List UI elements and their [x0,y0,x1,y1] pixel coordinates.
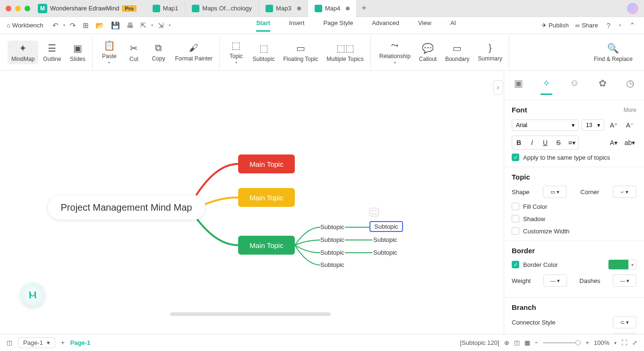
publish-button[interactable]: ✈Publish [541,22,569,29]
tab-map1[interactable]: Map1 [146,0,186,17]
save-icon[interactable]: 💾 [109,20,122,31]
minimize-window[interactable] [15,6,21,11]
ai-assistant-button[interactable]: Ⲙ [21,283,44,307]
zoom-out-button[interactable]: − [535,339,539,346]
copy-button[interactable]: ⧉Copy [146,41,170,64]
collapse-ribbon-icon[interactable]: ⌃ [627,20,637,31]
redo-button[interactable]: ↷ [68,20,78,31]
subtopic-3[interactable]: Subtopic [320,249,344,256]
menu-view[interactable]: View [418,19,431,32]
shadow-checkbox[interactable]: Shadow [512,215,636,223]
font-size-select[interactable]: 13▾ [582,120,604,131]
subsubtopic-2[interactable]: Subtopic [373,236,397,243]
font-more[interactable]: More [624,107,636,113]
sidebar-toggle-icon[interactable]: ◫ [7,339,12,346]
font-color-button[interactable]: A▾ [607,136,620,149]
italic-button[interactable]: I [525,136,539,149]
shape-select[interactable]: ▭ ▾ [543,186,567,198]
panel-tab-layout[interactable]: ▣ [512,76,525,95]
custom-width-checkbox[interactable]: Customize Width [512,227,636,235]
multiple-topics-button[interactable]: ⬚⬚Multiple Topics [323,41,367,64]
subtopic-2[interactable]: Subtopic [320,236,344,243]
main-topic-1[interactable]: Main Topic [238,154,295,173]
status-icon-3[interactable]: ▦ [524,339,530,346]
status-icon-1[interactable]: ⊕ [504,339,509,346]
undo-button[interactable]: ↶ [51,20,60,31]
workbench-button[interactable]: ⌂Workbench [7,22,43,29]
border-color-checkbox[interactable]: ✓Border Color [512,261,558,268]
expand-icon[interactable]: ⛶ [369,208,379,216]
boundary-button[interactable]: ▭Boundary [441,41,473,64]
font-family-select[interactable]: Arial▾ [512,120,579,131]
share-button[interactable]: ∞Share [575,22,598,29]
tab-maps-of[interactable]: Maps Of...chology [185,0,259,17]
menu-ai[interactable]: AI [450,19,456,32]
corner-select[interactable]: ⌐ ▾ [613,186,636,198]
maximize-window[interactable] [25,6,30,11]
subtopic-4[interactable]: Subtopic [320,261,344,268]
user-avatar[interactable] [627,3,638,14]
subsubtopic-3[interactable]: Subtopic [373,249,397,256]
new-icon[interactable]: ⊞ [81,20,91,31]
paste-button[interactable]: 📋Paste▾ [97,38,121,67]
summary-button[interactable]: }Summary [474,41,506,64]
close-window[interactable] [6,6,11,11]
help-icon[interactable]: ? [605,20,612,30]
connector-select[interactable]: ⊂ ▾ [613,316,636,328]
canvas[interactable]: Project Management Mind Map Main Topic M… [0,71,504,334]
new-tab-button[interactable]: + [357,0,371,17]
menu-advanced[interactable]: Advanced [372,19,399,32]
status-icon-2[interactable]: ◫ [514,339,520,346]
fill-color-checkbox[interactable]: Fill Color [512,203,636,210]
panel-tab-style[interactable]: ✧ [541,76,552,95]
main-topic-2[interactable]: Main Topic [238,188,295,207]
cut-button[interactable]: ✂Cut [122,41,146,64]
fit-screen-icon[interactable]: ⛶ [621,339,627,346]
weight-select[interactable]: — ▾ [543,274,567,287]
menu-start[interactable]: Start [256,19,270,32]
menu-insert[interactable]: Insert [289,19,305,32]
subtopic-1[interactable]: Subtopic [320,223,344,231]
tab-map4[interactable]: Map4 [308,0,357,17]
horizontal-scrollbar[interactable] [170,312,331,316]
find-replace-button[interactable]: 🔍Find & Replace [590,41,636,64]
print-icon[interactable]: 🖶 [125,20,136,30]
zoom-slider[interactable] [543,342,581,343]
central-topic[interactable]: Project Management Mind Map [47,195,206,220]
import-icon[interactable]: ⇲ [156,20,166,31]
panel-tab-icon[interactable]: ☺ [568,76,581,95]
decrease-font-button[interactable]: A⁻ [623,119,636,132]
zoom-in-button[interactable]: + [585,339,589,346]
page-selector[interactable]: Page-1▾ [18,337,55,348]
increase-font-button[interactable]: A⁺ [607,119,620,132]
add-page-button[interactable]: + [61,339,65,346]
align-button[interactable]: ≡▾ [565,136,578,149]
page-tab[interactable]: Page-1 [70,339,91,346]
menu-page-style[interactable]: Page Style [323,19,353,32]
strike-button[interactable]: S [552,136,565,149]
subsubtopic-1-selected[interactable]: Subtopic [369,221,403,232]
outline-view-button[interactable]: ☰Outline [39,41,65,64]
relationship-button[interactable]: ⤳Relationship▾ [376,38,414,67]
collapse-panel-button[interactable]: › [493,80,503,94]
floating-topic-button[interactable]: ▭Floating Topic [279,41,322,64]
fullscreen-icon[interactable]: ⤢ [632,339,637,346]
open-icon[interactable]: 📂 [94,20,106,31]
case-button[interactable]: ab▾ [623,136,636,149]
apply-same-type-checkbox[interactable]: ✓ Apply to the same type of topics [512,154,636,161]
panel-tab-clipart[interactable]: ✿ [597,76,609,95]
border-color-swatch[interactable]: ▾ [608,259,636,270]
tab-map3[interactable]: Map3 [259,0,308,17]
mindmap-view-button[interactable]: ✦MindMap [8,41,38,64]
underline-button[interactable]: U [539,136,552,149]
slides-view-button[interactable]: ▣Slides [66,41,89,64]
zoom-value[interactable]: 100% [594,339,610,346]
panel-tab-history[interactable]: ◷ [624,76,636,95]
callout-button[interactable]: 💬Callout [415,41,440,64]
export-icon[interactable]: ⇱ [138,20,148,31]
topic-button[interactable]: ⬚Topic▾ [224,38,248,67]
subtopic-button[interactable]: ⬚Subtopic [249,41,279,64]
bold-button[interactable]: B [512,136,525,149]
main-topic-3[interactable]: Main Topic [238,236,295,255]
format-painter-button[interactable]: 🖌Format Painter [171,41,216,64]
